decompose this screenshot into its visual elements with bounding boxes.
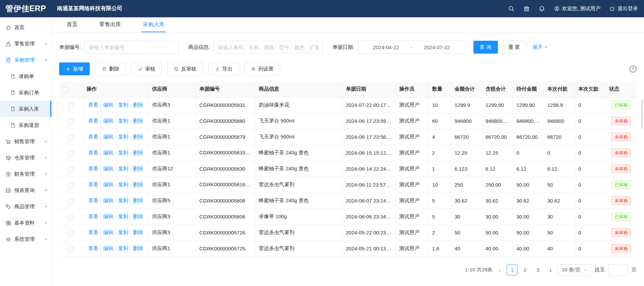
- copy-link[interactable]: 复制: [118, 245, 128, 251]
- copy-link[interactable]: 复制: [118, 118, 128, 123]
- sidebar-item-warehouse[interactable]: 仓库管理: [0, 150, 51, 166]
- copy-link[interactable]: 复制: [118, 150, 128, 155]
- delete-link[interactable]: 删除: [133, 182, 143, 187]
- row-checkbox[interactable]: [68, 230, 74, 236]
- unaudit-button[interactable]: 反审核: [167, 62, 203, 75]
- row-checkbox[interactable]: [68, 214, 74, 220]
- view-link[interactable]: 查看: [88, 150, 99, 155]
- sidebar-item-purchase-inbound[interactable]: 采购入库: [0, 101, 51, 117]
- action-separator: |: [100, 182, 102, 187]
- column-settings-button[interactable]: 列设置: [244, 62, 280, 75]
- edit-link[interactable]: 编辑: [103, 197, 114, 203]
- add-button[interactable]: 新增: [59, 62, 90, 75]
- view-link[interactable]: 查看: [88, 213, 99, 219]
- sidebar-item-sales[interactable]: 销售管理: [0, 133, 51, 150]
- edit-link[interactable]: 编辑: [103, 102, 114, 108]
- prev-page-button[interactable]: ‹: [496, 265, 503, 275]
- view-link[interactable]: 查看: [88, 166, 99, 171]
- view-link[interactable]: 查看: [88, 229, 99, 235]
- tab-retail-outbound[interactable]: 零售出库: [98, 17, 122, 32]
- sidebar-item-basic-data[interactable]: 基本资料: [0, 215, 51, 231]
- sidebar-item-retail[interactable]: 零售管理: [0, 36, 51, 52]
- table-scrollbar[interactable]: [641, 99, 643, 129]
- welcome-user[interactable]: 欢迎您, 测试用户: [554, 5, 601, 12]
- delete-link[interactable]: 删除: [133, 245, 143, 251]
- delete-link[interactable]: 删除: [133, 197, 143, 203]
- sidebar-item-finance[interactable]: 财务管理: [0, 166, 51, 182]
- bank-icon[interactable]: [523, 5, 530, 12]
- toolbar: 新增删除审核反审核导出列设置 ?: [59, 62, 637, 75]
- view-link[interactable]: 查看: [88, 134, 99, 139]
- delete-link[interactable]: 删除: [133, 150, 143, 155]
- expand-filters-link[interactable]: 展开: [533, 44, 548, 51]
- view-link[interactable]: 查看: [88, 102, 99, 108]
- page-button-3[interactable]: 3: [533, 265, 543, 275]
- column-header-doc-no: 单据编号: [196, 81, 255, 97]
- edit-link[interactable]: 编辑: [103, 213, 114, 219]
- delete-link[interactable]: 删除: [133, 134, 143, 139]
- logout-button[interactable]: 退出登录: [609, 5, 638, 12]
- view-link[interactable]: 查看: [88, 118, 99, 123]
- cell-payable: 30.62: [513, 193, 544, 209]
- checkbox-cell: [59, 129, 83, 145]
- page-button-1[interactable]: 1: [507, 265, 518, 275]
- row-checkbox[interactable]: [68, 167, 74, 172]
- search-icon[interactable]: [508, 5, 515, 12]
- edit-link[interactable]: 编辑: [103, 118, 114, 123]
- jump-page-input[interactable]: [608, 264, 628, 276]
- select-all-checkbox[interactable]: [63, 87, 68, 92]
- row-checkbox[interactable]: [68, 135, 74, 140]
- delete-link[interactable]: 删除: [133, 118, 143, 123]
- copy-link[interactable]: 复制: [118, 213, 128, 219]
- page-button-2[interactable]: 2: [520, 265, 530, 275]
- sidebar-item-report[interactable]: 报表查询: [0, 182, 51, 198]
- delete-button[interactable]: 删除: [95, 62, 126, 75]
- sidebar-item-goods[interactable]: 商品管理: [0, 198, 51, 215]
- search-button[interactable]: 查 询: [473, 41, 498, 54]
- copy-link[interactable]: 复制: [118, 182, 128, 187]
- row-checkbox[interactable]: [68, 183, 74, 188]
- view-link[interactable]: 查看: [88, 197, 99, 203]
- copy-link[interactable]: 复制: [118, 102, 128, 108]
- view-link[interactable]: 查看: [88, 182, 99, 187]
- sidebar-item-home[interactable]: 首页: [0, 19, 51, 36]
- edit-link[interactable]: 编辑: [103, 182, 114, 187]
- next-page-button[interactable]: ›: [547, 265, 554, 275]
- copy-link[interactable]: 复制: [118, 229, 128, 235]
- audit-button[interactable]: 审核: [131, 62, 162, 75]
- edit-link[interactable]: 编辑: [103, 245, 114, 251]
- row-checkbox[interactable]: [68, 151, 74, 156]
- sidebar-item-purchase-return[interactable]: 采购退货: [0, 117, 51, 133]
- edit-link[interactable]: 编辑: [103, 150, 114, 155]
- view-link[interactable]: 查看: [88, 245, 99, 251]
- row-checkbox[interactable]: [68, 246, 74, 252]
- tab-purchase-inbound[interactable]: 采购入库: [141, 17, 166, 32]
- doc-no-input[interactable]: [84, 41, 179, 54]
- sidebar-item-system[interactable]: 系统管理: [0, 231, 51, 247]
- help-icon[interactable]: ?: [629, 65, 637, 73]
- edit-link[interactable]: 编辑: [103, 134, 114, 139]
- row-checkbox[interactable]: [68, 198, 74, 204]
- edit-link[interactable]: 编辑: [103, 166, 114, 171]
- sidebar-item-purchase-request[interactable]: 请购单: [0, 68, 51, 84]
- export-button[interactable]: 导出: [208, 62, 239, 75]
- delete-link[interactable]: 删除: [133, 102, 143, 108]
- product-info-input[interactable]: [213, 41, 323, 54]
- row-checkbox[interactable]: [68, 103, 74, 108]
- delete-link[interactable]: 删除: [133, 166, 143, 171]
- delete-link[interactable]: 删除: [133, 229, 143, 235]
- copy-link[interactable]: 复制: [118, 134, 128, 139]
- delete-link[interactable]: 删除: [133, 213, 143, 219]
- sidebar-item-purchase-order[interactable]: 采购订单: [0, 84, 51, 101]
- edit-link[interactable]: 编辑: [103, 229, 114, 235]
- page-size-select[interactable]: 10 条/页: [558, 264, 591, 276]
- column-header-payable: 待付金额: [513, 81, 544, 97]
- reset-button[interactable]: 重 置: [502, 41, 526, 54]
- row-checkbox[interactable]: [68, 119, 74, 124]
- copy-link[interactable]: 复制: [118, 197, 128, 203]
- date-range-picker[interactable]: 2024-04-22 ~ 2024-07-22: [358, 41, 465, 54]
- copy-link[interactable]: 复制: [118, 166, 128, 171]
- tab-home[interactable]: 首页: [65, 17, 79, 32]
- bell-icon[interactable]: [539, 5, 545, 12]
- sidebar-item-purchase[interactable]: 采购管理: [0, 52, 51, 68]
